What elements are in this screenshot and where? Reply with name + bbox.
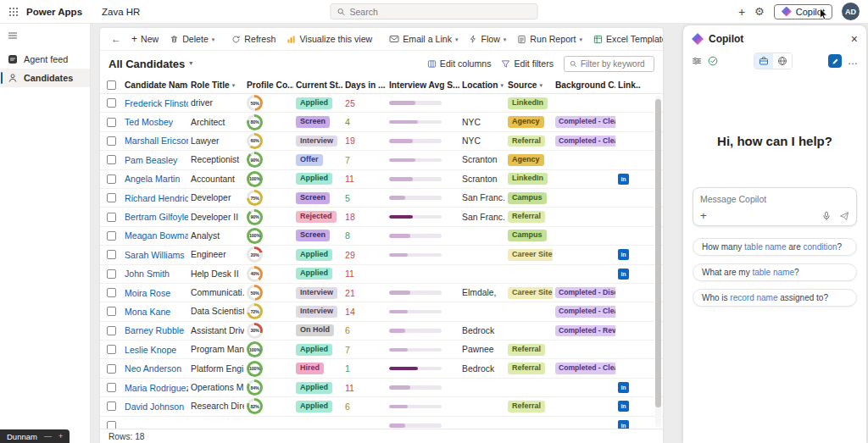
row-checkbox[interactable]: [107, 118, 116, 127]
excel-templates-button[interactable]: Excel Templates ▾: [588, 31, 663, 47]
copilot-suggestion-chip[interactable]: Who is record name assigned to?: [693, 289, 857, 307]
visualize-view-button[interactable]: Visualize this view: [281, 31, 377, 47]
sidebar-collapse-button[interactable]: [0, 27, 90, 44]
expand-icon[interactable]: +: [58, 432, 63, 440]
add-icon[interactable]: +: [738, 6, 745, 18]
row-checkbox[interactable]: [107, 231, 116, 241]
attach-plus-icon[interactable]: +: [700, 210, 707, 221]
table-row[interactable]: Pam BeasleyReceptionist90%Offer7Scranton…: [100, 151, 663, 169]
minimize-icon[interactable]: —: [44, 432, 52, 440]
candidate-name-link[interactable]: Maria Rodriguez: [125, 383, 188, 393]
row-checkbox[interactable]: [107, 421, 116, 429]
table-row[interactable]: Maria RodriguezOperations M...84%Applied…: [100, 379, 663, 397]
column-header[interactable]: Role Title▾: [188, 80, 244, 90]
candidate-name-link[interactable]: Mona Kane: [125, 307, 170, 317]
linkedin-icon[interactable]: in: [618, 174, 629, 185]
keyword-filter-input[interactable]: Filter by keyword: [564, 56, 654, 72]
select-all-checkbox[interactable]: [107, 80, 116, 90]
delete-button[interactable]: Delete ▾: [164, 31, 220, 47]
candidate-name-link[interactable]: Ted Mosbey: [125, 117, 173, 127]
table-row[interactable]: Mona KaneData Scientist72%Interview14Com…: [100, 302, 663, 321]
sidebar-item-candidates[interactable]: Candidates: [0, 69, 90, 87]
row-checkbox[interactable]: [107, 136, 116, 146]
linkedin-icon[interactable]: in: [618, 249, 629, 260]
app-title[interactable]: Power Apps: [26, 7, 82, 17]
table-row[interactable]: Sarah WilliamsEngineer20%Applied29Career…: [100, 246, 663, 264]
row-checkbox[interactable]: [107, 383, 116, 392]
row-checkbox[interactable]: [107, 364, 116, 374]
column-header[interactable]: Current St...▾: [293, 80, 342, 90]
global-search-input[interactable]: Search: [331, 3, 538, 19]
table-row[interactable]: in: [100, 417, 663, 429]
candidate-name-link[interactable]: Angela Martin: [125, 174, 180, 184]
candidate-name-link[interactable]: Barney Rubble: [125, 325, 184, 335]
microphone-icon[interactable]: [821, 211, 832, 221]
column-header[interactable]: Profile Co...▾: [244, 80, 293, 90]
column-header[interactable]: Source▾: [505, 80, 553, 90]
candidate-name-link[interactable]: Pam Beasley: [125, 155, 177, 165]
row-checkbox[interactable]: [107, 174, 116, 184]
sidebar-item-agent-feed[interactable]: Agent feed: [0, 50, 90, 69]
table-row[interactable]: Meagan BowmanAnalyst100%Screen8Campus: [100, 227, 663, 246]
back-button[interactable]: ←: [107, 33, 125, 45]
close-icon[interactable]: ×: [851, 33, 858, 45]
row-checkbox[interactable]: [107, 307, 116, 316]
candidate-name-link[interactable]: Neo Anderson: [125, 363, 181, 374]
settings-gear-icon[interactable]: ⚙: [754, 6, 765, 17]
candidate-name-link[interactable]: Frederick Flinstone: [125, 98, 188, 108]
environment-name[interactable]: Zava HR: [102, 7, 140, 17]
copilot-suggestion-chip[interactable]: How many table name are condition?: [693, 238, 857, 256]
edit-columns-button[interactable]: Edit columns: [427, 58, 492, 69]
column-header[interactable]: Interview Avg S...▾: [387, 80, 459, 90]
row-checkbox[interactable]: [107, 155, 116, 164]
column-header[interactable]: Candidate Name▾: [122, 80, 188, 90]
candidate-name-link[interactable]: John Smith: [125, 269, 170, 279]
table-row[interactable]: Richard HendricksDeveloper75%Screen5San …: [100, 189, 663, 208]
flow-button[interactable]: Flow ▾: [464, 31, 511, 47]
row-checkbox[interactable]: [107, 250, 116, 259]
row-checkbox[interactable]: [107, 401, 116, 411]
copilot-suggestion-chip[interactable]: What are my table name?: [693, 263, 857, 281]
web-scope-button[interactable]: [773, 53, 792, 69]
filter-sliders-icon[interactable]: [692, 56, 702, 66]
candidate-name-link[interactable]: Bertram Gilfoyle: [125, 212, 188, 222]
new-chat-button[interactable]: [828, 54, 842, 68]
row-checkbox[interactable]: [107, 193, 116, 202]
table-row[interactable]: Frederick Flinstonedriver50%Applied25Lin…: [100, 94, 663, 113]
linkedin-icon[interactable]: in: [618, 269, 629, 280]
presenter-overlay[interactable]: Dunnam — +: [0, 429, 70, 443]
table-row[interactable]: Bertram GilfoyleDeveloper II90%Rejected1…: [100, 208, 663, 226]
candidate-name-link[interactable]: Marshall Ericson: [125, 136, 188, 146]
row-checkbox[interactable]: [107, 326, 116, 335]
candidate-name-link[interactable]: Moira Rose: [125, 288, 170, 298]
user-avatar[interactable]: AD: [842, 3, 860, 20]
table-row[interactable]: Leslie KnopeProgram Man...100%Applied7Pa…: [100, 341, 663, 359]
refresh-button[interactable]: Refresh: [226, 31, 281, 47]
send-icon[interactable]: [839, 211, 849, 221]
linkedin-icon[interactable]: in: [618, 382, 629, 393]
edit-filters-button[interactable]: Edit filters: [501, 58, 554, 69]
more-options-button[interactable]: …: [848, 56, 858, 66]
waffle-menu-icon[interactable]: [8, 7, 19, 17]
table-row[interactable]: Angela MartinAccountant100%Applied11Scra…: [100, 170, 663, 189]
candidate-name-link[interactable]: Sarah Williams: [125, 250, 185, 260]
candidate-name-link[interactable]: David Johnson: [125, 401, 184, 412]
table-row[interactable]: Moira RoseCommunicati...50%Interview21El…: [100, 284, 663, 302]
table-row[interactable]: John SmithHelp Desk II40%Applied11in: [100, 265, 663, 284]
row-checkbox[interactable]: [107, 98, 116, 108]
column-header[interactable]: Location▾: [459, 80, 505, 90]
row-checkbox[interactable]: [107, 269, 116, 279]
table-row[interactable]: David JohnsonResearch Dire...82%Applied6…: [100, 397, 663, 416]
candidate-name-link[interactable]: Meagan Bowman: [125, 230, 188, 241]
view-selector[interactable]: All Candidates ▾: [108, 58, 192, 70]
table-row[interactable]: Neo AndersonPlatform Engi...100%Hired1Be…: [100, 359, 663, 378]
candidate-name-link[interactable]: Richard Hendricks: [125, 193, 188, 203]
row-checkbox[interactable]: [107, 345, 116, 354]
vertical-scrollbar[interactable]: [655, 96, 661, 427]
table-row[interactable]: Ted MosbeyArchitect80%Screen4NYCAgencyCo…: [100, 113, 663, 131]
row-checkbox[interactable]: [107, 213, 116, 222]
column-header[interactable]: Link...▾: [615, 80, 641, 90]
email-link-button[interactable]: Email a Link ▾: [384, 31, 463, 47]
work-scope-button[interactable]: [754, 53, 773, 69]
new-button[interactable]: + New: [126, 30, 164, 47]
